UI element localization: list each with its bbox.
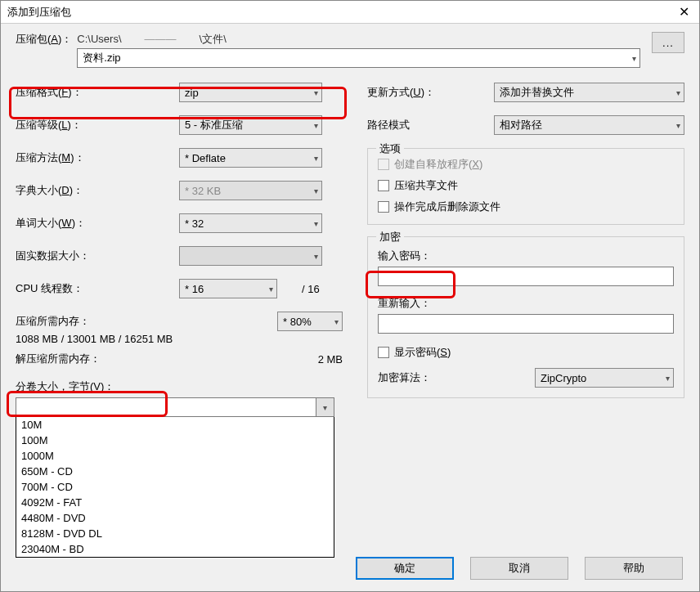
title-bar: 添加到压缩包 ✕ xyxy=(1,1,699,24)
enc-algo-label: 加密算法： xyxy=(378,370,528,385)
word-label: 单词大小(W)： xyxy=(16,216,179,231)
chevron-down-icon: ▾ xyxy=(314,88,318,97)
help-button[interactable]: 帮助 xyxy=(585,557,683,580)
chevron-down-icon: ▾ xyxy=(334,317,339,326)
format-row: 压缩格式(F)： zip ▾ xyxy=(16,83,343,102)
volume-combo[interactable]: ▾ xyxy=(16,397,334,417)
checkbox-icon xyxy=(378,201,389,213)
chevron-down-icon: ▾ xyxy=(314,121,318,130)
enc-enter-label: 输入密码： xyxy=(378,249,674,263)
button-row: 确定 取消 帮助 xyxy=(356,557,683,580)
opt-shared-label: 压缩共享文件 xyxy=(394,178,458,193)
update-row: 更新方式(U)： 添加并替换文件 ▾ xyxy=(367,83,684,102)
path-masked-segment: ——— xyxy=(122,33,200,45)
opt-delete-label: 操作完成后删除源文件 xyxy=(394,200,500,214)
volume-option[interactable]: 10M xyxy=(16,417,334,433)
archive-path-display: C:\Users\———\文件\ xyxy=(77,32,640,47)
format-label: 压缩格式(F)： xyxy=(16,85,179,100)
volume-option[interactable]: 100M xyxy=(16,433,334,448)
level-label: 压缩等级(L)： xyxy=(16,118,179,132)
options-title: 选项 xyxy=(376,141,404,156)
mem-compress-label: 压缩所需内存： xyxy=(16,314,90,329)
cpu-total: / 16 xyxy=(302,283,320,295)
chevron-down-icon: ▾ xyxy=(632,54,636,63)
level-row: 压缩等级(L)： 5 - 标准压缩 ▾ xyxy=(16,115,343,135)
enc-password-confirm-input[interactable] xyxy=(378,314,674,334)
method-row: 压缩方法(M)： * Deflate ▾ xyxy=(16,148,343,168)
chevron-down-icon: ▾ xyxy=(676,88,680,97)
window-title: 添加到压缩包 xyxy=(7,5,71,20)
archive-label: 压缩包(A)： xyxy=(16,32,72,47)
dialog-window: 添加到压缩包 ✕ 压缩包(A)： C:\Users\———\文件\ 资料.zip… xyxy=(0,0,700,592)
volume-option[interactable]: 700M - CD xyxy=(16,479,334,495)
enc-show-row[interactable]: 显示密码(S) xyxy=(378,345,674,360)
dict-select[interactable]: * 32 KB ▾ xyxy=(179,181,322,200)
ok-button[interactable]: 确定 xyxy=(356,557,454,580)
word-select[interactable]: * 32 ▾ xyxy=(179,213,322,233)
update-select[interactable]: 添加并替换文件 ▾ xyxy=(494,83,684,102)
volume-option[interactable]: 4480M - DVD xyxy=(16,510,334,526)
archive-filename-combo[interactable]: 资料.zip ▾ xyxy=(77,48,640,68)
chevron-down-icon: ▾ xyxy=(314,154,318,163)
mem-decompress-row: 解压缩所需内存： 2 MB xyxy=(16,352,343,366)
volume-option[interactable]: 650M - CD xyxy=(16,464,334,479)
enc-algo-row: 加密算法： ZipCrypto ▾ xyxy=(378,368,674,388)
dict-row: 字典大小(D)： * 32 KB ▾ xyxy=(16,181,343,200)
volume-option[interactable]: 23040M - BD xyxy=(16,541,334,557)
enc-algo-select[interactable]: ZipCrypto ▾ xyxy=(535,368,674,388)
chevron-down-icon: ▾ xyxy=(314,186,318,195)
archive-row: 压缩包(A)： C:\Users\———\文件\ 资料.zip ▾ ... xyxy=(16,32,684,68)
level-select[interactable]: 5 - 标准压缩 ▾ xyxy=(179,115,322,135)
enc-password-input[interactable] xyxy=(378,267,674,286)
cancel-button[interactable]: 取消 xyxy=(470,557,568,580)
update-label: 更新方式(U)： xyxy=(367,85,494,100)
mem-decompress-label: 解压缩所需内存： xyxy=(16,352,101,366)
opt-shared-row[interactable]: 压缩共享文件 xyxy=(378,178,674,193)
left-column: 压缩格式(F)： zip ▾ 压缩等级(L)： 5 - 标准压缩 ▾ xyxy=(16,83,343,591)
pathmode-row: 路径模式 相对路径 ▾ xyxy=(367,115,684,135)
chevron-down-icon: ▾ xyxy=(269,285,273,294)
chevron-down-icon: ▾ xyxy=(666,374,670,383)
mem-compress-row: 压缩所需内存： * 80% ▾ xyxy=(16,312,343,331)
encrypt-group: 加密 输入密码： 重新输入： 显示密码(S) 加密算法： ZipC xyxy=(367,236,684,398)
opt-sfx-label: 创建自释放程序(X) xyxy=(394,157,482,172)
cpu-select[interactable]: * 16 ▾ xyxy=(179,279,277,298)
format-select[interactable]: zip ▾ xyxy=(179,83,322,102)
solid-label: 固实数据大小： xyxy=(16,249,179,263)
enc-reenter-label: 重新输入： xyxy=(378,296,674,311)
checkbox-icon xyxy=(378,347,389,358)
method-select[interactable]: * Deflate ▾ xyxy=(179,148,322,168)
mem-decompress-value: 2 MB xyxy=(318,353,343,366)
content-area: 压缩包(A)： C:\Users\———\文件\ 资料.zip ▾ ... xyxy=(1,24,699,591)
opt-sfx-row[interactable]: 创建自释放程序(X) xyxy=(378,157,674,172)
right-column: 更新方式(U)： 添加并替换文件 ▾ 路径模式 相对路径 ▾ 选项 xyxy=(367,83,684,591)
mem-compress-value: 1088 MB / 13001 MB / 16251 MB xyxy=(16,333,343,345)
opt-delete-row[interactable]: 操作完成后删除源文件 xyxy=(378,200,674,214)
mem-pct-select[interactable]: * 80% ▾ xyxy=(277,312,343,331)
chevron-down-icon: ▾ xyxy=(314,219,318,228)
pathmode-select[interactable]: 相对路径 ▾ xyxy=(494,115,684,135)
volume-option[interactable]: 1000M xyxy=(16,448,334,464)
close-icon[interactable]: ✕ xyxy=(675,4,693,20)
chevron-down-icon: ▾ xyxy=(676,121,680,130)
volume-dropdown-button[interactable]: ▾ xyxy=(316,398,334,416)
checkbox-icon xyxy=(378,180,389,191)
browse-button[interactable]: ... xyxy=(652,32,684,53)
volume-dropdown-list[interactable]: 10M100M1000M650M - CD700M - CD4092M - FA… xyxy=(16,417,334,558)
archive-filename-value: 资料.zip xyxy=(83,51,120,65)
volume-option[interactable]: 4092M - FAT xyxy=(16,495,334,510)
volume-label: 分卷大小，字节(V)： xyxy=(16,379,343,394)
cpu-row: CPU 线程数： * 16 ▾ / 16 xyxy=(16,279,343,298)
archive-path-block: C:\Users\———\文件\ 资料.zip ▾ xyxy=(77,32,640,68)
word-row: 单词大小(W)： * 32 ▾ xyxy=(16,213,343,233)
solid-row: 固实数据大小： ▾ xyxy=(16,246,343,266)
cpu-label: CPU 线程数： xyxy=(16,281,179,296)
pathmode-label: 路径模式 xyxy=(367,118,494,132)
dict-label: 字典大小(D)： xyxy=(16,183,179,198)
chevron-down-icon: ▾ xyxy=(314,252,318,261)
columns: 压缩格式(F)： zip ▾ 压缩等级(L)： 5 - 标准压缩 ▾ xyxy=(16,83,684,591)
solid-select[interactable]: ▾ xyxy=(179,246,322,266)
volume-option[interactable]: 8128M - DVD DL xyxy=(16,526,334,541)
checkbox-icon xyxy=(378,159,389,170)
encrypt-title: 加密 xyxy=(376,230,404,244)
